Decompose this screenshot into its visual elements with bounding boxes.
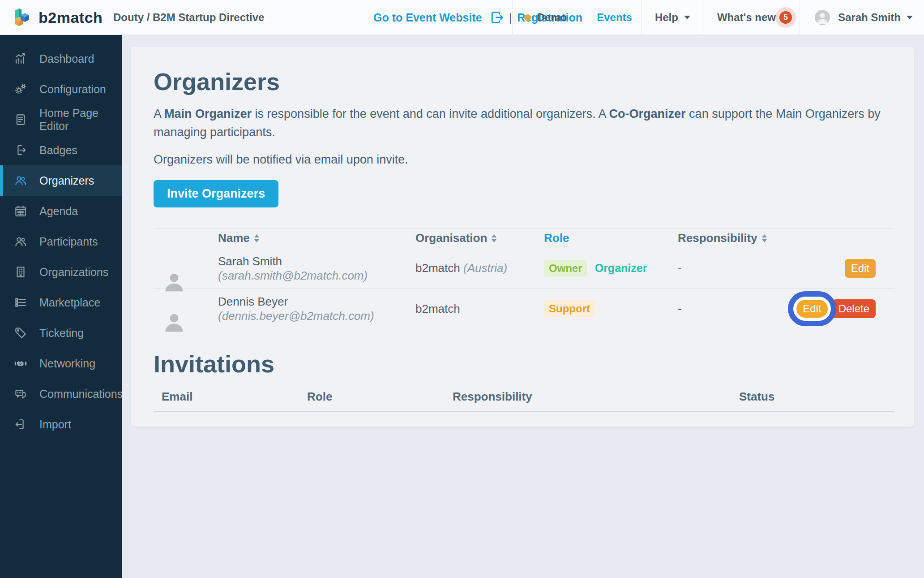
- edit-button[interactable]: Edit: [845, 259, 876, 278]
- demo-label: Demo: [537, 11, 567, 24]
- responsibility-value: -: [678, 302, 769, 316]
- sidebar-item-ticketing[interactable]: Ticketing: [0, 318, 122, 348]
- sidebar-item-communications[interactable]: Communications: [0, 379, 122, 409]
- table-row-sarah-smith: Sarah Smith (sarah.smith@b2match.com) b2…: [154, 248, 894, 289]
- organizers-card: Organizers A Main Organizer is responsib…: [131, 47, 914, 427]
- ticketing-icon: [13, 326, 28, 340]
- column-header-name[interactable]: Name: [218, 231, 415, 245]
- sidebar-item-label: Organizations: [39, 266, 108, 279]
- user-menu[interactable]: Sarah Smith: [800, 0, 913, 35]
- link-separator: |: [509, 11, 512, 24]
- column-header-organisation[interactable]: Organisation: [415, 231, 544, 245]
- participants-icon: [13, 234, 28, 249]
- edit-button[interactable]: Edit: [796, 299, 827, 318]
- sidebar-item-label: Dashboard: [39, 52, 94, 65]
- help-menu[interactable]: Help: [642, 0, 702, 35]
- user-avatar: [815, 10, 830, 25]
- notify-text: Organizers will be notified via email up…: [154, 153, 904, 167]
- sort-icon: [491, 234, 497, 242]
- invitations-table-header: Email Role Responsibility Status: [154, 382, 894, 412]
- marketplace-icon: [13, 295, 28, 310]
- events-link[interactable]: Events: [597, 0, 642, 35]
- main-organizer-term: Main Organizer: [164, 107, 252, 121]
- sidebar-item-badges[interactable]: Badges: [0, 135, 122, 165]
- organizers-icon: [13, 173, 28, 188]
- page-title: Organizers: [154, 67, 904, 96]
- sidebar-item-label: Networking: [39, 357, 95, 370]
- help-label: Help: [655, 11, 678, 24]
- co-organizer-term: Co-Organizer: [609, 107, 686, 121]
- table-row-dennis-beyer: Dennis Beyer (dennis.beyer@b2match.com) …: [154, 289, 894, 329]
- chevron-down-icon: [906, 15, 913, 20]
- demo-status-dot-icon: [524, 14, 531, 21]
- organizer-role-text: Organizer: [595, 262, 647, 275]
- organisation-country: (Austria): [463, 261, 507, 275]
- user-name: Sarah Smith: [838, 11, 901, 24]
- sidebar-item-import[interactable]: Import: [0, 409, 122, 440]
- column-header-email: Email: [162, 390, 307, 404]
- sidebar-item-label: Configuration: [39, 83, 106, 96]
- organizers-description: A Main Organizer is responsible for the …: [154, 105, 904, 142]
- agenda-icon: [13, 204, 28, 218]
- sidebar-item-label: Import: [39, 418, 71, 431]
- column-header-responsibility[interactable]: Responsibility: [678, 231, 769, 245]
- sidebar-nav: Dashboard Configuration Home Page Editor: [0, 35, 122, 578]
- delete-button[interactable]: Delete: [832, 299, 876, 318]
- external-link-icon[interactable]: [488, 9, 505, 26]
- intro-prefix: A: [154, 107, 164, 121]
- sidebar-item-label: Communications: [39, 388, 123, 401]
- responsibility-value: -: [678, 261, 769, 275]
- annotated-edit-wrapper: Edit: [796, 299, 827, 318]
- column-header-role[interactable]: Role: [544, 231, 678, 245]
- sidebar-item-label: Home Page Editor: [39, 107, 122, 133]
- home-page-editor-icon: [13, 112, 28, 127]
- go-to-event-website-link[interactable]: Go to Event Website: [373, 11, 482, 24]
- sidebar-item-dashboard[interactable]: Dashboard: [0, 43, 122, 74]
- networking-icon: [13, 356, 28, 371]
- notification-count-badge: 5: [779, 11, 792, 24]
- sidebar-item-marketplace[interactable]: Marketplace: [0, 287, 122, 318]
- sidebar-item-label: Badges: [39, 144, 77, 157]
- whats-new-button[interactable]: What's new 5: [702, 0, 800, 35]
- communications-icon: [13, 387, 28, 401]
- main-content: Organizers A Main Organizer is responsib…: [122, 35, 924, 578]
- invitations-title: Invitations: [154, 349, 904, 378]
- demo-status: Demo: [512, 0, 597, 35]
- dashboard-icon: [13, 52, 28, 66]
- column-header-role: Role: [307, 390, 453, 404]
- badges-icon: [13, 143, 28, 157]
- sort-icon: [761, 234, 767, 242]
- sidebar-item-home-page-editor[interactable]: Home Page Editor: [0, 104, 122, 135]
- organizers-table: Name Organisation Role: [154, 228, 894, 329]
- top-header: b2match Douty / B2M Startup Directive Go…: [0, 0, 924, 35]
- organizer-name: Sarah Smith: [218, 254, 415, 269]
- column-header-responsibility: Responsibility: [453, 390, 739, 404]
- sidebar-item-configuration[interactable]: Configuration: [0, 74, 122, 104]
- invite-organizers-button[interactable]: Invite Organizers: [154, 180, 278, 207]
- support-badge: Support: [544, 300, 595, 317]
- organizer-organisation: b2match: [415, 261, 460, 275]
- sidebar-item-networking[interactable]: Networking: [0, 348, 122, 379]
- sidebar-item-agenda[interactable]: Agenda: [0, 196, 122, 226]
- sidebar-item-participants[interactable]: Participants: [0, 226, 122, 257]
- sidebar-item-label: Agenda: [39, 205, 78, 218]
- b2match-logo-text: b2match: [38, 9, 103, 26]
- b2match-logo-icon: [13, 7, 32, 28]
- column-header-status: Status: [739, 390, 894, 404]
- chevron-down-icon: [684, 15, 691, 20]
- organizer-email: (dennis.beyer@b2match.com): [218, 309, 415, 323]
- sidebar-item-label: Participants: [39, 235, 98, 248]
- organizers-table-header: Name Organisation Role: [154, 229, 894, 248]
- sidebar-item-organizations[interactable]: Organizations: [0, 257, 122, 287]
- sort-icon: [254, 234, 260, 242]
- organizer-name: Dennis Beyer: [218, 294, 415, 309]
- intro-middle: is responsible for the event and can inv…: [252, 107, 609, 121]
- whats-new-label: What's new: [717, 11, 776, 24]
- b2match-logo[interactable]: b2match: [13, 0, 103, 35]
- invitations-table: Email Role Responsibility Status: [154, 382, 894, 412]
- sidebar-item-organizers[interactable]: Organizers: [0, 165, 122, 196]
- owner-badge: Owner: [544, 260, 587, 277]
- sidebar-item-label: Ticketing: [39, 327, 84, 340]
- breadcrumb: Douty / B2M Startup Directive: [113, 0, 264, 35]
- sidebar-item-label: Organizers: [39, 174, 94, 187]
